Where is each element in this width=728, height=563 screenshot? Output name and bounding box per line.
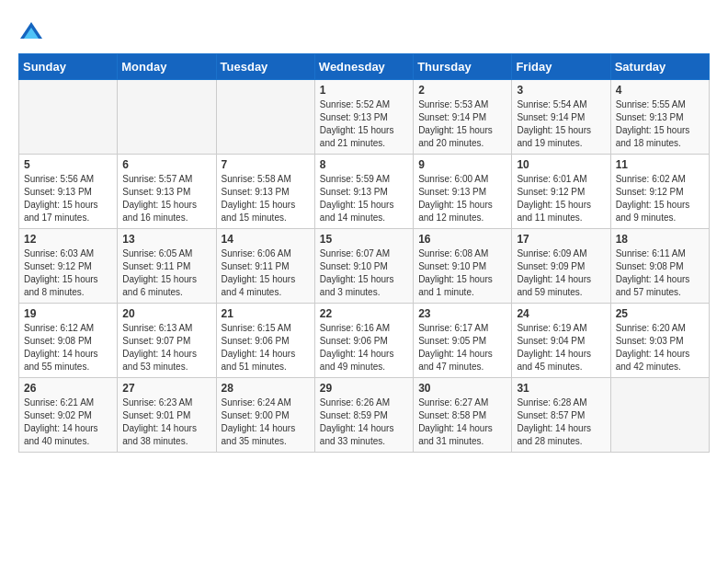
day-number: 24 (517, 307, 605, 320)
weekday-header-wednesday: Wednesday (314, 54, 413, 80)
day-number: 12 (24, 233, 112, 246)
day-cell: 29Sunrise: 6:26 AM Sunset: 8:59 PM Dayli… (314, 378, 413, 453)
day-cell (216, 80, 314, 155)
calendar-table: SundayMondayTuesdayWednesdayThursdayFrid… (18, 53, 710, 453)
calendar-header: SundayMondayTuesdayWednesdayThursdayFrid… (19, 54, 710, 80)
day-number: 13 (122, 233, 210, 246)
day-cell: 19Sunrise: 6:12 AM Sunset: 9:08 PM Dayli… (19, 304, 118, 378)
day-cell: 2Sunrise: 5:53 AM Sunset: 9:14 PM Daylig… (414, 80, 512, 155)
day-number: 6 (122, 158, 210, 171)
week-row-3: 12Sunrise: 6:03 AM Sunset: 9:12 PM Dayli… (19, 229, 710, 304)
day-cell: 25Sunrise: 6:20 AM Sunset: 9:03 PM Dayli… (610, 304, 709, 378)
day-number: 4 (616, 84, 704, 97)
day-number: 5 (24, 158, 112, 171)
day-info: Sunrise: 6:15 AM Sunset: 9:06 PM Dayligh… (222, 322, 310, 373)
day-number: 29 (320, 382, 408, 395)
day-info: Sunrise: 6:21 AM Sunset: 9:02 PM Dayligh… (24, 396, 112, 448)
logo-icon (18, 18, 44, 44)
day-cell: 12Sunrise: 6:03 AM Sunset: 9:12 PM Dayli… (19, 229, 118, 304)
week-row-1: 1Sunrise: 5:52 AM Sunset: 9:13 PM Daylig… (19, 80, 710, 155)
day-info: Sunrise: 6:23 AM Sunset: 9:01 PM Dayligh… (122, 396, 210, 448)
day-cell: 23Sunrise: 6:17 AM Sunset: 9:05 PM Dayli… (414, 304, 512, 378)
day-cell: 20Sunrise: 6:13 AM Sunset: 9:07 PM Dayli… (118, 304, 216, 378)
week-row-2: 5Sunrise: 5:56 AM Sunset: 9:13 PM Daylig… (19, 155, 710, 229)
weekday-row: SundayMondayTuesdayWednesdayThursdayFrid… (19, 54, 710, 80)
day-cell: 9Sunrise: 6:00 AM Sunset: 9:13 PM Daylig… (414, 155, 512, 229)
day-cell: 15Sunrise: 6:07 AM Sunset: 9:10 PM Dayli… (314, 229, 413, 304)
day-cell: 18Sunrise: 6:11 AM Sunset: 9:08 PM Dayli… (610, 229, 709, 304)
day-cell: 1Sunrise: 5:52 AM Sunset: 9:13 PM Daylig… (314, 80, 413, 155)
day-info: Sunrise: 5:55 AM Sunset: 9:13 PM Dayligh… (616, 98, 704, 150)
day-cell: 13Sunrise: 6:05 AM Sunset: 9:11 PM Dayli… (118, 229, 216, 304)
day-info: Sunrise: 6:11 AM Sunset: 9:08 PM Dayligh… (616, 247, 704, 299)
day-number: 8 (320, 158, 408, 171)
day-cell: 10Sunrise: 6:01 AM Sunset: 9:12 PM Dayli… (512, 155, 610, 229)
day-info: Sunrise: 5:56 AM Sunset: 9:13 PM Dayligh… (24, 173, 112, 224)
day-number: 3 (517, 84, 605, 97)
day-info: Sunrise: 6:17 AM Sunset: 9:05 PM Dayligh… (418, 322, 506, 373)
day-cell: 16Sunrise: 6:08 AM Sunset: 9:10 PM Dayli… (414, 229, 512, 304)
day-cell: 21Sunrise: 6:15 AM Sunset: 9:06 PM Dayli… (216, 304, 314, 378)
day-info: Sunrise: 5:54 AM Sunset: 9:14 PM Dayligh… (517, 98, 605, 150)
day-info: Sunrise: 6:26 AM Sunset: 8:59 PM Dayligh… (320, 396, 408, 448)
day-number: 26 (24, 382, 112, 395)
day-number: 31 (517, 382, 605, 395)
day-cell: 26Sunrise: 6:21 AM Sunset: 9:02 PM Dayli… (19, 378, 118, 453)
day-cell: 6Sunrise: 5:57 AM Sunset: 9:13 PM Daylig… (118, 155, 216, 229)
weekday-header-tuesday: Tuesday (216, 54, 314, 80)
day-cell: 5Sunrise: 5:56 AM Sunset: 9:13 PM Daylig… (19, 155, 118, 229)
day-info: Sunrise: 6:12 AM Sunset: 9:08 PM Dayligh… (24, 322, 112, 373)
day-info: Sunrise: 6:05 AM Sunset: 9:11 PM Dayligh… (122, 247, 210, 299)
day-number: 23 (418, 307, 506, 320)
day-number: 25 (616, 307, 704, 320)
week-row-5: 26Sunrise: 6:21 AM Sunset: 9:02 PM Dayli… (19, 378, 710, 453)
day-cell: 17Sunrise: 6:09 AM Sunset: 9:09 PM Dayli… (512, 229, 610, 304)
day-info: Sunrise: 6:00 AM Sunset: 9:13 PM Dayligh… (418, 173, 506, 224)
day-info: Sunrise: 6:19 AM Sunset: 9:04 PM Dayligh… (517, 322, 605, 373)
day-info: Sunrise: 6:08 AM Sunset: 9:10 PM Dayligh… (418, 247, 506, 299)
weekday-header-saturday: Saturday (610, 54, 709, 80)
day-cell (118, 80, 216, 155)
day-cell: 7Sunrise: 5:58 AM Sunset: 9:13 PM Daylig… (216, 155, 314, 229)
day-cell: 30Sunrise: 6:27 AM Sunset: 8:58 PM Dayli… (414, 378, 512, 453)
weekday-header-monday: Monday (118, 54, 216, 80)
day-cell: 28Sunrise: 6:24 AM Sunset: 9:00 PM Dayli… (216, 378, 314, 453)
day-cell: 14Sunrise: 6:06 AM Sunset: 9:11 PM Dayli… (216, 229, 314, 304)
weekday-header-friday: Friday (512, 54, 610, 80)
day-cell (19, 80, 118, 155)
day-info: Sunrise: 6:28 AM Sunset: 8:57 PM Dayligh… (517, 396, 605, 448)
day-info: Sunrise: 6:03 AM Sunset: 9:12 PM Dayligh… (24, 247, 112, 299)
day-info: Sunrise: 6:01 AM Sunset: 9:12 PM Dayligh… (517, 173, 605, 224)
day-number: 11 (616, 158, 704, 171)
calendar-body: 1Sunrise: 5:52 AM Sunset: 9:13 PM Daylig… (19, 80, 710, 453)
day-number: 20 (122, 307, 210, 320)
day-number: 16 (418, 233, 506, 246)
day-info: Sunrise: 6:27 AM Sunset: 8:58 PM Dayligh… (418, 396, 506, 448)
day-info: Sunrise: 5:58 AM Sunset: 9:13 PM Dayligh… (222, 173, 310, 224)
day-number: 19 (24, 307, 112, 320)
day-number: 21 (222, 307, 310, 320)
weekday-header-sunday: Sunday (19, 54, 118, 80)
week-row-4: 19Sunrise: 6:12 AM Sunset: 9:08 PM Dayli… (19, 304, 710, 378)
day-number: 22 (320, 307, 408, 320)
day-cell: 4Sunrise: 5:55 AM Sunset: 9:13 PM Daylig… (610, 80, 709, 155)
day-info: Sunrise: 6:06 AM Sunset: 9:11 PM Dayligh… (222, 247, 310, 299)
weekday-header-thursday: Thursday (414, 54, 512, 80)
day-number: 9 (418, 158, 506, 171)
day-number: 14 (222, 233, 310, 246)
day-info: Sunrise: 6:20 AM Sunset: 9:03 PM Dayligh… (616, 322, 704, 373)
day-cell: 11Sunrise: 6:02 AM Sunset: 9:12 PM Dayli… (610, 155, 709, 229)
day-info: Sunrise: 5:57 AM Sunset: 9:13 PM Dayligh… (122, 173, 210, 224)
day-number: 7 (222, 158, 310, 171)
day-number: 2 (418, 84, 506, 97)
day-cell: 8Sunrise: 5:59 AM Sunset: 9:13 PM Daylig… (314, 155, 413, 229)
day-info: Sunrise: 6:07 AM Sunset: 9:10 PM Dayligh… (320, 247, 408, 299)
logo (18, 18, 48, 44)
day-info: Sunrise: 5:53 AM Sunset: 9:14 PM Dayligh… (418, 98, 506, 150)
day-info: Sunrise: 5:52 AM Sunset: 9:13 PM Dayligh… (320, 98, 408, 150)
day-cell: 22Sunrise: 6:16 AM Sunset: 9:06 PM Dayli… (314, 304, 413, 378)
day-number: 18 (616, 233, 704, 246)
day-cell: 3Sunrise: 5:54 AM Sunset: 9:14 PM Daylig… (512, 80, 610, 155)
day-cell: 24Sunrise: 6:19 AM Sunset: 9:04 PM Dayli… (512, 304, 610, 378)
day-cell: 31Sunrise: 6:28 AM Sunset: 8:57 PM Dayli… (512, 378, 610, 453)
